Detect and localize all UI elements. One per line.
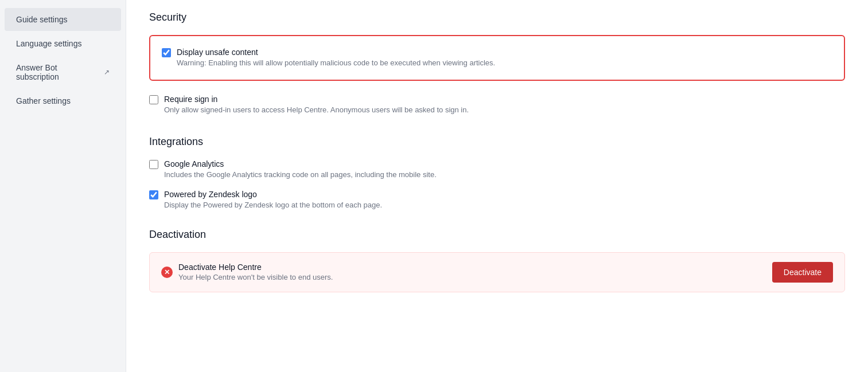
security-highlight-box: Display unsafe content Warning: Enabling… xyxy=(149,35,845,81)
sidebar-item-language-settings[interactable]: Language settings xyxy=(5,32,121,55)
deactivation-box-title: Deactivate Help Centre xyxy=(178,263,333,272)
deactivate-button[interactable]: Deactivate xyxy=(772,262,833,283)
display-unsafe-content: Display unsafe content Warning: Enabling… xyxy=(177,48,832,68)
external-link-icon: ↗ xyxy=(104,68,110,76)
main-content: Security Display unsafe content Warning:… xyxy=(126,0,868,372)
require-signin-desc: Only allow signed-in users to access Hel… xyxy=(164,105,845,115)
sidebar-item-gather-settings[interactable]: Gather settings xyxy=(5,89,121,112)
zendesk-logo-label: Powered by Zendesk logo xyxy=(164,190,845,199)
integrations-title: Integrations xyxy=(149,136,845,148)
deactivation-section: Deactivation ✕ Deactivate Help Centre Yo… xyxy=(149,229,845,292)
display-unsafe-row: Display unsafe content Warning: Enabling… xyxy=(162,48,832,68)
display-unsafe-label: Display unsafe content xyxy=(177,48,832,57)
google-analytics-desc: Includes the Google Analytics tracking c… xyxy=(164,170,845,180)
security-section: Security Display unsafe content Warning:… xyxy=(149,11,845,118)
google-analytics-label: Google Analytics xyxy=(164,159,845,169)
error-icon: ✕ xyxy=(161,267,173,278)
deactivation-title: Deactivation xyxy=(149,229,845,241)
require-signin-content: Require sign in Only allow signed-in use… xyxy=(164,95,845,115)
require-signin-label: Require sign in xyxy=(164,95,845,104)
zendesk-logo-row: Powered by Zendesk logo Display the Powe… xyxy=(149,190,845,210)
google-analytics-row: Google Analytics Includes the Google Ana… xyxy=(149,159,845,180)
require-signin-row: Require sign in Only allow signed-in use… xyxy=(149,92,845,118)
integrations-section: Integrations Google Analytics Includes t… xyxy=(149,136,845,210)
deactivation-box: ✕ Deactivate Help Centre Your Help Centr… xyxy=(149,252,845,292)
zendesk-logo-checkbox[interactable] xyxy=(149,190,158,199)
zendesk-logo-checkbox-wrapper[interactable] xyxy=(149,190,158,199)
google-analytics-checkbox-wrapper[interactable] xyxy=(149,160,158,169)
sidebar-item-label: Gather settings xyxy=(16,96,71,105)
require-signin-checkbox-wrapper[interactable] xyxy=(149,95,158,104)
sidebar-item-guide-settings[interactable]: Guide settings xyxy=(5,8,121,31)
security-title: Security xyxy=(149,11,845,24)
sidebar: Guide settings Language settings Answer … xyxy=(0,0,126,372)
sidebar-item-label: Guide settings xyxy=(16,15,68,24)
sidebar-item-label: Language settings xyxy=(16,39,81,48)
google-analytics-checkbox[interactable] xyxy=(149,160,158,169)
deactivation-box-desc: Your Help Centre won't be visible to end… xyxy=(178,273,333,281)
deactivation-text: Deactivate Help Centre Your Help Centre … xyxy=(178,263,333,281)
deactivation-left: ✕ Deactivate Help Centre Your Help Centr… xyxy=(161,263,333,281)
require-signin-checkbox[interactable] xyxy=(149,95,158,104)
sidebar-item-answer-bot[interactable]: Answer Bot subscription ↗ xyxy=(5,56,121,88)
google-analytics-content: Google Analytics Includes the Google Ana… xyxy=(164,159,845,180)
display-unsafe-checkbox[interactable] xyxy=(162,48,171,57)
display-unsafe-checkbox-wrapper[interactable] xyxy=(162,48,171,57)
zendesk-logo-content: Powered by Zendesk logo Display the Powe… xyxy=(164,190,845,210)
zendesk-logo-desc: Display the Powered by Zendesk logo at t… xyxy=(164,200,845,210)
display-unsafe-desc: Warning: Enabling this will allow potent… xyxy=(177,58,832,68)
sidebar-item-label: Answer Bot subscription xyxy=(16,63,102,81)
